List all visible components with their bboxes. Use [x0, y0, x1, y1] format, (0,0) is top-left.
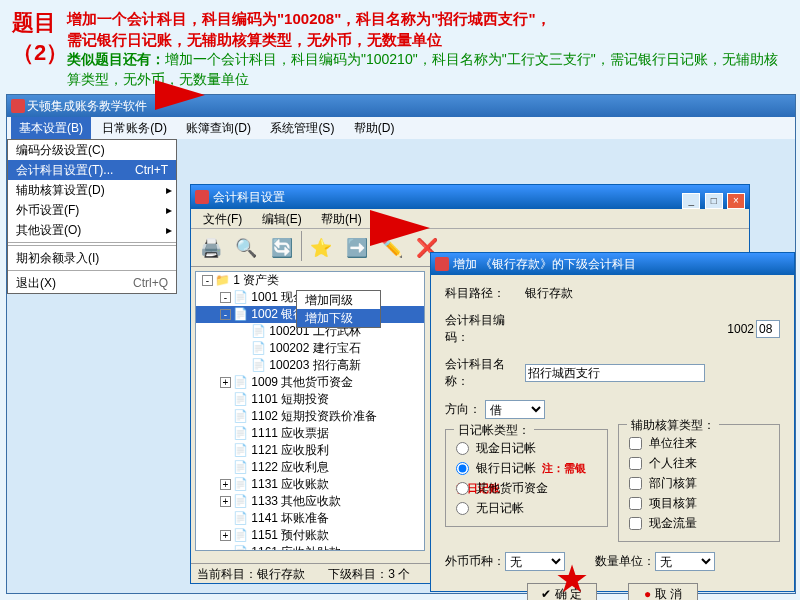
- maximize-button[interactable]: □: [705, 193, 723, 209]
- code-label: 会计科目编码：: [445, 312, 525, 346]
- expand-icon[interactable]: +: [220, 479, 231, 490]
- tree-row[interactable]: 📄 1121 应收股利: [196, 442, 424, 459]
- code-prefix: [716, 320, 756, 338]
- aux-check-2[interactable]: 部门核算: [629, 473, 770, 493]
- search-icon[interactable]: 🔍: [230, 231, 262, 263]
- aux-check-3[interactable]: 项目核算: [629, 493, 770, 513]
- folder-icon: 📄: [233, 528, 248, 542]
- tree-label: 1101 短期投资: [251, 392, 329, 406]
- favorite-icon[interactable]: ⭐: [305, 231, 337, 263]
- tree-row[interactable]: 📄 1102 短期投资跌价准备: [196, 408, 424, 425]
- cancel-button[interactable]: ●取 消: [628, 583, 698, 600]
- question-text-2: 需记银行日记账，无辅助核算类型，无外币，无数量单位: [67, 29, 787, 50]
- tree-row[interactable]: 📄 1111 应收票据: [196, 425, 424, 442]
- tree-row[interactable]: 📄 1161 应收补贴款: [196, 544, 424, 551]
- expand-icon[interactable]: -: [220, 309, 231, 320]
- dropdown-item-1[interactable]: 会计科目设置(T)...Ctrl+T: [8, 160, 176, 180]
- journal-group: 日记帐类型： 现金日记帐 银行日记帐注：需银行日记账 其他货币资金 无日记帐: [445, 429, 608, 527]
- folder-icon: 📄: [233, 460, 248, 474]
- menu-system[interactable]: 系统管理(S): [262, 117, 342, 139]
- expand-icon[interactable]: +: [220, 377, 231, 388]
- expand-icon[interactable]: +: [220, 530, 231, 541]
- print-icon[interactable]: 🖨️: [195, 231, 227, 263]
- dropdown-item-4[interactable]: 其他设置(O)▸: [8, 220, 176, 240]
- main-menu-bar[interactable]: 基本设置(B) 日常账务(D) 账簿查询(D) 系统管理(S) 帮助(D): [7, 117, 795, 139]
- tree-label: 1161 应收补贴款: [251, 545, 341, 551]
- menu-daily[interactable]: 日常账务(D): [94, 117, 175, 139]
- menu-basic-settings[interactable]: 基本设置(B): [11, 117, 91, 139]
- question-text-1: 增加一个会计科目，科目编码为"100208"，科目名称为"招行城西支行"，: [67, 8, 787, 29]
- dropdown-item-2[interactable]: 辅助核算设置(D)▸: [8, 180, 176, 200]
- tree-label: 1102 短期投资跌价准备: [251, 409, 377, 423]
- sub-menu-file[interactable]: 文件(F): [195, 212, 250, 226]
- sub-menu-help[interactable]: 帮助(H): [313, 212, 370, 226]
- journal-radio-1[interactable]: 银行日记帐注：需银行日记账: [456, 458, 597, 478]
- tree-label: 1009 其他货币资金: [251, 375, 353, 389]
- tree-row[interactable]: +📄 1133 其他应收款: [196, 493, 424, 510]
- name-input[interactable]: [525, 364, 705, 382]
- dropdown-item-3[interactable]: 外币设置(F)▸: [8, 200, 176, 220]
- tree-label: 1131 应收账款: [251, 477, 329, 491]
- sub-menu-edit[interactable]: 编辑(E): [254, 212, 310, 226]
- dropdown-item-0[interactable]: 编码分级设置(C): [8, 140, 176, 160]
- folder-icon: 📄: [233, 477, 248, 491]
- sub-title-bar: 会计科目设置 _ □ ×: [191, 185, 749, 209]
- direction-select[interactable]: 借: [485, 400, 545, 419]
- refresh-icon[interactable]: 🔄: [266, 231, 298, 263]
- context-menu[interactable]: 增加同级 增加下级: [296, 290, 381, 328]
- dropdown-item-5[interactable]: 期初余额录入(I): [8, 248, 176, 268]
- tree-label: 1111 应收票据: [251, 426, 329, 440]
- dropdown-item-6[interactable]: 退出(X)Ctrl+Q: [8, 273, 176, 293]
- sub-menu-bar[interactable]: 文件(F) 编辑(E) 帮助(H): [191, 209, 749, 229]
- tree-row[interactable]: 📄 100203 招行高新: [196, 357, 424, 374]
- subject-tree[interactable]: -📁 1 资产类-📄 1001 现金-📄 1002 银行存款📄 100201 工…: [195, 271, 425, 551]
- tree-row[interactable]: +📄 1151 预付账款: [196, 527, 424, 544]
- folder-icon: 📄: [233, 511, 248, 525]
- expand-icon[interactable]: -: [220, 292, 231, 303]
- tree-label: 1 资产类: [233, 273, 279, 287]
- tree-label: 1141 坏账准备: [251, 511, 329, 525]
- ctx-add-sibling[interactable]: 增加同级: [297, 291, 380, 309]
- tree-row[interactable]: +📄 1009 其他货币资金: [196, 374, 424, 391]
- folder-icon: 📄: [233, 307, 248, 321]
- status-subcount: 下级科目：3 个: [328, 567, 410, 581]
- folder-icon: 📄: [233, 409, 248, 423]
- question-header: 题目（2） 增加一个会计科目，科目编码为"100208"，科目名称为"招行城西支…: [0, 0, 800, 97]
- basic-settings-dropdown[interactable]: 编码分级设置(C)会计科目设置(T)...Ctrl+T辅助核算设置(D)▸外币设…: [7, 139, 177, 294]
- folder-icon: 📄: [233, 545, 248, 551]
- tree-label: 100202 建行宝石: [269, 341, 360, 355]
- menu-query[interactable]: 账簿查询(D): [178, 117, 259, 139]
- path-label: 科目路径：: [445, 285, 525, 302]
- folder-icon: 📄: [233, 375, 248, 389]
- journal-radio-3[interactable]: 无日记帐: [456, 498, 597, 518]
- main-title-bar: 天顿集成账务教学软件: [7, 95, 795, 117]
- tree-row[interactable]: 📄 1122 应收利息: [196, 459, 424, 476]
- expand-icon[interactable]: +: [220, 496, 231, 507]
- path-value: 银行存款: [525, 285, 573, 302]
- code-suffix-input[interactable]: [756, 320, 780, 338]
- qty-select[interactable]: 无: [655, 552, 715, 571]
- folder-icon: 📄: [251, 358, 266, 372]
- close-button[interactable]: ×: [727, 193, 745, 209]
- minimize-button[interactable]: _: [682, 193, 700, 209]
- arrow-icon[interactable]: ➡️: [341, 231, 373, 263]
- ctx-add-child[interactable]: 增加下级: [297, 309, 380, 327]
- tree-row[interactable]: -📁 1 资产类: [196, 272, 424, 289]
- star-annotation-icon: ★: [555, 557, 589, 600]
- journal-radio-0[interactable]: 现金日记帐: [456, 438, 597, 458]
- tree-row[interactable]: 📄 1101 短期投资: [196, 391, 424, 408]
- aux-check-1[interactable]: 个人往来: [629, 453, 770, 473]
- aux-check-4[interactable]: 现金流量: [629, 513, 770, 533]
- tree-row[interactable]: 📄 100202 建行宝石: [196, 340, 424, 357]
- folder-icon: 📄: [233, 290, 248, 304]
- dialog-title: 增加 《银行存款》的下级会计科目: [431, 253, 794, 275]
- name-label: 会计科目名称：: [445, 356, 525, 390]
- menu-help[interactable]: 帮助(D): [346, 117, 403, 139]
- tree-label: 1122 应收利息: [251, 460, 329, 474]
- tree-row[interactable]: 📄 1141 坏账准备: [196, 510, 424, 527]
- annotation-arrow-2: [370, 210, 430, 246]
- expand-icon[interactable]: -: [202, 275, 213, 286]
- aux-check-0[interactable]: 单位往来: [629, 433, 770, 453]
- journal-radio-2[interactable]: 其他货币资金: [456, 478, 597, 498]
- tree-row[interactable]: +📄 1131 应收账款: [196, 476, 424, 493]
